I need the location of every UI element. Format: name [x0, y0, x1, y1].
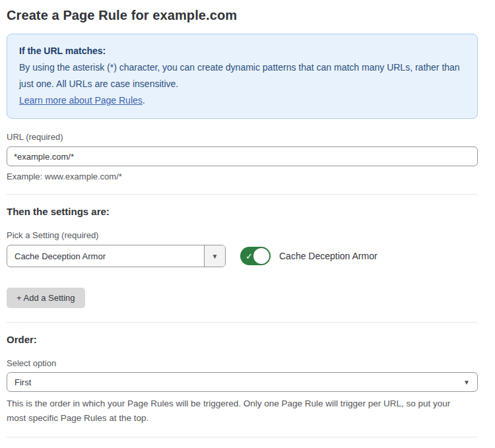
page-title: Create a Page Rule for example.com — [7, 8, 478, 23]
learn-more-link[interactable]: Learn more about Page Rules — [19, 95, 143, 106]
add-setting-button[interactable]: + Add a Setting — [7, 288, 85, 308]
link-suffix-period: . — [143, 95, 145, 106]
url-match-info-box: If the URL matches: By using the asteris… — [7, 34, 478, 119]
url-example-helper: Example: www.example.com/* — [7, 170, 478, 183]
order-select-value: First — [15, 377, 31, 387]
info-box-body: By using the asterisk (*) character, you… — [19, 59, 465, 92]
url-field-label: URL (required) — [7, 132, 478, 142]
cache-deception-armor-toggle[interactable]: ✓ — [240, 247, 271, 265]
info-box-heading: If the URL matches: — [19, 43, 465, 59]
settings-section-heading: Then the settings are: — [7, 206, 478, 217]
setting-toggle-group: ✓ Cache Deception Armor — [240, 247, 378, 265]
divider — [7, 194, 478, 195]
url-field-group: URL (required) Example: www.example.com/… — [7, 132, 478, 183]
chevron-down-icon: ▼ — [463, 379, 470, 386]
check-icon: ✓ — [246, 252, 253, 261]
chevron-down-icon[interactable]: ▼ — [204, 245, 225, 267]
order-section-heading: Order: — [7, 334, 478, 345]
toggle-label: Cache Deception Armor — [279, 251, 378, 261]
select-option-label: Select option — [7, 358, 478, 368]
url-input[interactable] — [7, 146, 478, 166]
pick-setting-label: Pick a Setting (required) — [7, 230, 478, 240]
order-helper-text: This is the order in which your Page Rul… — [7, 397, 469, 426]
order-select[interactable]: First ▼ — [7, 372, 478, 392]
setting-row: Cache Deception Armor ▼ ✓ Cache Deceptio… — [7, 245, 478, 267]
toggle-knob — [253, 248, 269, 264]
divider — [7, 322, 478, 323]
setting-dropdown-value: Cache Deception Armor — [7, 245, 204, 267]
setting-dropdown[interactable]: Cache Deception Armor ▼ — [7, 245, 226, 267]
info-box-link-line: Learn more about Page Rules. — [19, 92, 465, 109]
divider — [7, 437, 478, 437]
